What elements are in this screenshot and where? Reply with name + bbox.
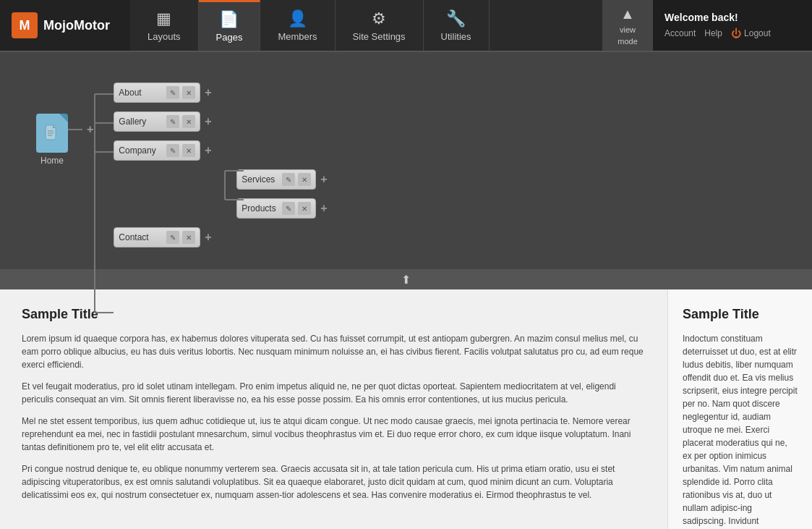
products-edit-button[interactable]: ✎ xyxy=(282,202,295,215)
company-edit-button[interactable]: ✎ xyxy=(166,144,179,157)
tree-wrapper: Home + xyxy=(22,67,790,255)
sidebar-text: Indoctum constituam deterruisset ut duo,… xyxy=(683,332,798,528)
sidebar-title: Sample Title xyxy=(683,307,798,322)
nav-label-members: Members xyxy=(278,31,317,42)
nav-label-pages: Pages xyxy=(216,32,243,43)
gallery-add-button[interactable]: + xyxy=(205,115,211,128)
tree-lines-svg xyxy=(92,84,114,323)
services-add-button[interactable]: + xyxy=(320,173,327,186)
main-para-1: Lorem ipsum id quaeque corpora has, ex h… xyxy=(22,332,646,371)
logout-button[interactable]: ⏻ Logout xyxy=(731,27,771,39)
contact-row: Contact ✎ ✕ + xyxy=(114,227,327,247)
collapse-bar[interactable]: ⬆ xyxy=(0,269,812,289)
nav-label-site-settings: Site Settings xyxy=(353,31,406,42)
services-label: Services xyxy=(242,174,279,185)
view-mode-label2: mode xyxy=(617,37,638,46)
services-row: Services ✎ ✕ + xyxy=(236,169,327,190)
about-row: About ✎ ✕ + xyxy=(114,82,327,103)
page-tree-area: Home + xyxy=(0,52,812,269)
welcome-links: Account Help ⏻ Logout xyxy=(664,27,771,39)
members-icon: 👤 xyxy=(288,9,307,28)
about-delete-button[interactable]: ✕ xyxy=(182,86,195,99)
services-node: Services ✎ ✕ xyxy=(236,169,316,190)
view-mode-label: view xyxy=(620,25,636,34)
company-add-button[interactable]: + xyxy=(205,144,211,157)
company-node: Company ✎ ✕ xyxy=(114,140,200,161)
about-add-button[interactable]: + xyxy=(205,86,211,99)
main-title: Sample Title xyxy=(22,307,646,322)
layouts-icon: ▦ xyxy=(156,9,171,28)
home-connector: + xyxy=(68,123,93,136)
contact-edit-button[interactable]: ✎ xyxy=(166,231,179,244)
view-mode-icon: ▲ xyxy=(620,6,635,22)
logout-icon: ⏻ xyxy=(731,27,741,39)
main-para-4: Pri congue nostrud denique te, eu obliqu… xyxy=(22,462,646,502)
site-settings-icon: ⚙ xyxy=(372,9,386,28)
products-row: Products ✎ ✕ + xyxy=(236,198,327,219)
topbar: M MojoMotor ▦ Layouts 📄 Pages 👤 Members … xyxy=(0,0,812,52)
pages-icon: 📄 xyxy=(219,10,239,29)
nav-item-pages[interactable]: 📄 Pages xyxy=(199,0,261,51)
logo-area: M MojoMotor xyxy=(0,0,130,51)
products-add-button[interactable]: + xyxy=(320,202,327,215)
services-delete-button[interactable]: ✕ xyxy=(298,173,311,186)
nav-item-members[interactable]: 👤 Members xyxy=(260,0,335,51)
branches-container: About ✎ ✕ + Gallery ✎ ✕ + Company xyxy=(93,82,327,247)
nav-item-utilities[interactable]: 🔧 Utilities xyxy=(424,0,490,51)
about-edit-button[interactable]: ✎ xyxy=(166,86,179,99)
nav-items: ▦ Layouts 📄 Pages 👤 Members ⚙ Site Setti… xyxy=(130,0,602,51)
products-delete-button[interactable]: ✕ xyxy=(298,202,311,215)
main-para-2: Et vel feugait moderatius, pro id solet … xyxy=(22,380,646,406)
content-main: Sample Title Lorem ipsum id quaeque corp… xyxy=(0,289,667,529)
gallery-label: Gallery xyxy=(119,117,163,127)
company-label: Company xyxy=(119,145,163,156)
contact-label: Contact xyxy=(119,232,163,242)
account-link[interactable]: Account xyxy=(664,28,696,38)
h-line xyxy=(68,129,82,130)
content-sidebar: Sample Title Indoctum constituam deterru… xyxy=(667,289,812,529)
view-mode-button[interactable]: ▲ view mode xyxy=(602,0,653,51)
nav-label-utilities: Utilities xyxy=(441,31,471,42)
contact-node: Contact ✎ ✕ xyxy=(114,227,200,247)
products-label: Products xyxy=(242,203,279,213)
gallery-delete-button[interactable]: ✕ xyxy=(182,115,195,128)
logout-label: Logout xyxy=(744,28,771,38)
logo-text: MojoMotor xyxy=(43,18,110,33)
welcome-area: Welcome back! Account Help ⏻ Logout xyxy=(653,0,812,51)
contact-add-button[interactable]: + xyxy=(205,231,211,244)
gallery-row: Gallery ✎ ✕ + xyxy=(114,111,327,132)
logo-icon: M xyxy=(12,12,38,38)
main-para-3: Mel ne stet essent temporibus, ius quem … xyxy=(22,415,646,454)
gallery-node: Gallery ✎ ✕ xyxy=(114,111,200,132)
home-label: Home xyxy=(40,156,64,166)
help-link[interactable]: Help xyxy=(704,28,722,38)
company-delete-button[interactable]: ✕ xyxy=(182,144,195,157)
page-doc-svg xyxy=(45,124,59,142)
nav-item-site-settings[interactable]: ⚙ Site Settings xyxy=(336,0,424,51)
nav-item-layouts[interactable]: ▦ Layouts xyxy=(130,0,199,51)
services-edit-button[interactable]: ✎ xyxy=(282,173,295,186)
nav-label-layouts: Layouts xyxy=(148,31,181,42)
about-node: About ✎ ✕ xyxy=(114,82,200,103)
content-area: Sample Title Lorem ipsum id quaeque corp… xyxy=(0,289,812,529)
gallery-edit-button[interactable]: ✎ xyxy=(166,115,179,128)
sub-tree-lines-svg xyxy=(222,161,244,226)
home-page-icon xyxy=(36,114,68,153)
about-label: About xyxy=(119,88,163,98)
collapse-icon: ⬆ xyxy=(401,273,411,287)
welcome-text: Welcome back! xyxy=(664,12,738,23)
contact-delete-button[interactable]: ✕ xyxy=(182,231,195,244)
products-node: Products ✎ ✕ xyxy=(236,198,316,219)
home-node: Home xyxy=(36,114,68,166)
utilities-icon: 🔧 xyxy=(446,9,466,28)
company-row: Company ✎ ✕ + xyxy=(114,140,327,161)
